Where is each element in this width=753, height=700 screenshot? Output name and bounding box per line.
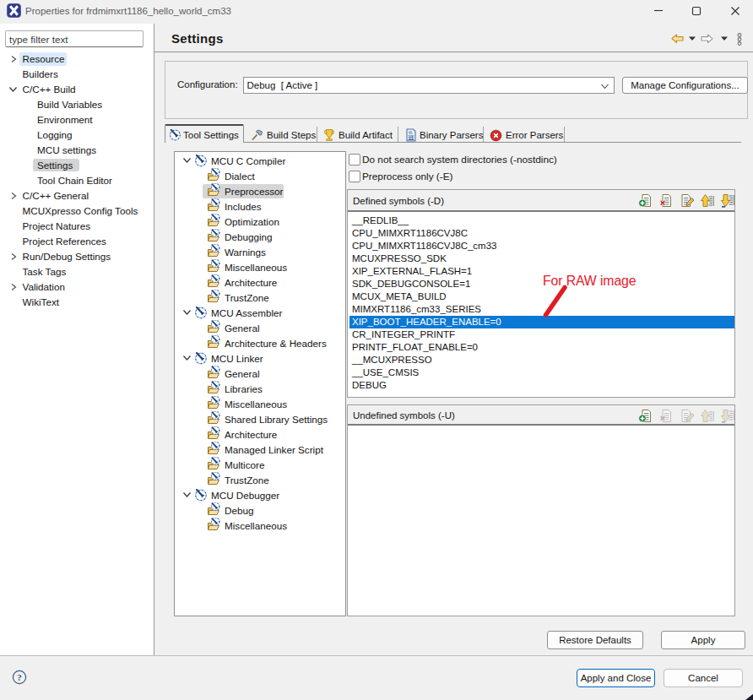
svg-text:010: 010	[408, 135, 415, 140]
svg-text:?: ?	[17, 672, 22, 682]
